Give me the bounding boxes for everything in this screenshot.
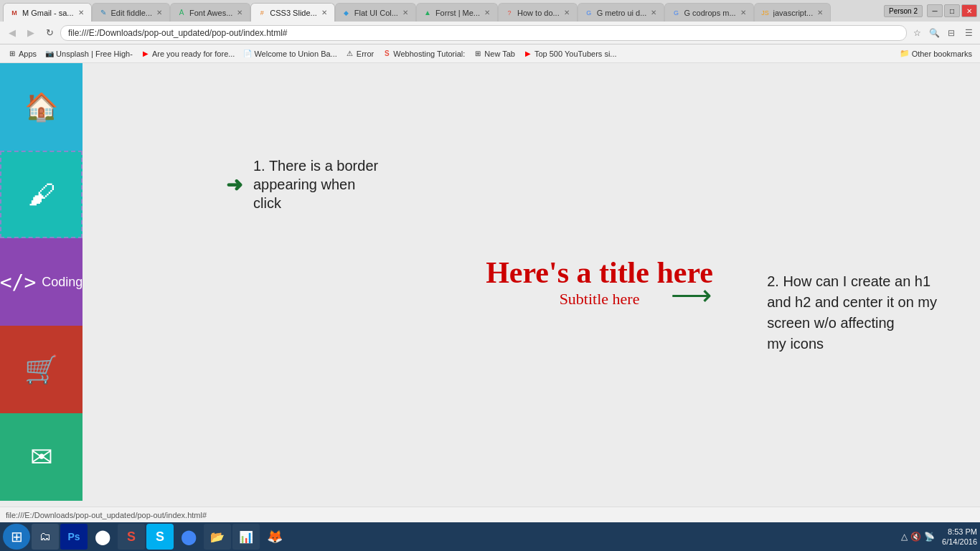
tab-close-forrst[interactable]: ✕ (483, 8, 491, 17)
tab-label-google1: G metro ui d... (597, 9, 647, 17)
excel-icon: 📊 (239, 530, 253, 544)
tab-favicon-css3slide: # (257, 8, 267, 18)
person-badge[interactable]: Person 2 (884, 5, 923, 17)
unsplash-favicon: 📷 (45, 50, 54, 58)
star-icon[interactable]: ☆ (910, 26, 924, 40)
refresh-button[interactable]: ↻ (42, 25, 57, 41)
tab-close-howto[interactable]: ✕ (562, 8, 571, 17)
bookmark-error[interactable]: ⚠ Error (342, 48, 377, 60)
tab-close-javascript[interactable]: ✕ (816, 8, 824, 17)
chrome2-icon: ⬤ (181, 528, 197, 545)
tab-bar: M M Gmail - sa... ✕ ✎ Edit fiddle... ✕ A… (0, 0, 980, 22)
tab-flatui[interactable]: ◆ Flat UI Col... ✕ (335, 3, 416, 22)
tab-google2[interactable]: G G codrops m... ✕ (664, 3, 753, 22)
tab-gmail[interactable]: M M Gmail - sa... ✕ (3, 3, 92, 22)
taskbar-photoshop[interactable]: Ps (60, 524, 88, 550)
tab-close-gmail[interactable]: ✕ (77, 8, 85, 17)
bookmarks-bar: ⊞ Apps 📷 Unsplash | Free High- ▶ Are you… (0, 44, 980, 63)
tab-fontawesome[interactable]: A Font Awes... ✕ (170, 3, 250, 22)
taskbar-firefox[interactable]: 🦊 (261, 524, 288, 550)
close-button[interactable]: ✕ (961, 4, 977, 17)
bookmark-union[interactable]: 📄 Welcome to Union Ba... (240, 48, 340, 60)
webhosting-favicon: S (382, 50, 391, 58)
note2-area: 2. How can I create an h1and h2 and cent… (767, 271, 937, 354)
tab-favicon-forrst: ▲ (423, 8, 433, 18)
note1-text: 1. There is a borderappearing whenclick (253, 156, 378, 212)
taskbar-right: △ 🔇 📡 8:53 PM 6/14/2016 (901, 527, 977, 547)
tab-favicon-editfiddle: ✎ (98, 8, 108, 18)
bookmark-youtube-label: Are you ready for fore... (152, 50, 235, 58)
other-bookmarks[interactable]: 📁 Other bookmarks (896, 47, 976, 60)
tab-forrst[interactable]: ▲ Forrst | Me... ✕ (416, 3, 498, 22)
minimize-button[interactable]: ─ (927, 4, 943, 17)
tab-howto[interactable]: ? How to do... ✕ (498, 3, 578, 22)
address-bar-row: ◀ ▶ ↻ ☆ 🔍 ⊟ ☰ (0, 22, 980, 44)
tab-javascript[interactable]: JS javascript... ✕ (754, 3, 831, 22)
chrome-icon: ⬤ (95, 528, 110, 545)
lens-icon[interactable]: 🔍 (927, 26, 941, 40)
taskbar-explorer[interactable]: 🗂 (32, 524, 59, 550)
bookmark-youtube[interactable]: ▶ Are you ready for fore... (138, 48, 239, 60)
taskbar-excel[interactable]: 📊 (232, 524, 260, 550)
tab-css3slide[interactable]: # CSS3 Slide... ✕ (250, 3, 334, 22)
sidebar-item-home[interactable]: 🏠 (0, 63, 83, 151)
bookmark-webhosting-label: Webhosting Tutorial: (393, 50, 465, 58)
browser-content: 🏠 🖌 </> Coding Coding 🛒 ✉ (0, 63, 980, 507)
tab-favicon-fontawesome: A (176, 8, 187, 18)
address-right-icons: ☆ 🔍 ⊟ ☰ (910, 26, 976, 40)
mail-icon: ✉ (30, 441, 53, 473)
apps-favicon: ⊞ (8, 50, 17, 58)
forward-button[interactable]: ▶ (23, 25, 39, 41)
status-url: file:///E:/Downloads/pop-out_updated/pop… (6, 511, 207, 519)
tab-close-flatui[interactable]: ✕ (401, 8, 410, 17)
tab-google1[interactable]: G G metro ui d... ✕ (578, 3, 665, 22)
tab-label-howto: How to do... (517, 9, 560, 17)
tab-close-google2[interactable]: ✕ (739, 8, 748, 17)
tabs-container: M M Gmail - sa... ✕ ✎ Edit fiddle... ✕ A… (3, 3, 884, 22)
tab-favicon-google2: G (671, 8, 681, 18)
tray-icon2: 🔇 (910, 532, 921, 542)
start-button[interactable]: ⊞ (3, 524, 30, 550)
sidebar-item-shopping[interactable]: 🛒 (0, 326, 83, 413)
taskbar-slides[interactable]: S (118, 524, 145, 550)
bookmark-newtab-label: New Tab (484, 50, 515, 58)
bookmark-apps[interactable]: ⊞ Apps (4, 48, 40, 60)
taskbar-skype[interactable]: S (146, 524, 174, 550)
taskbar-chrome[interactable]: ⬤ (89, 524, 116, 550)
tab-favicon-flatui: ◆ (341, 8, 352, 18)
date-display: 6/14/2016 (942, 537, 977, 547)
menu-icon[interactable]: ☰ (961, 26, 976, 40)
bookmark-top500-label: Top 500 YouTubers si... (534, 50, 617, 58)
sidebar-item-paint[interactable]: 🖌 (0, 151, 83, 238)
home-icon: 🏠 (24, 91, 58, 123)
tab-label-editfiddle: Edit fiddle... (111, 9, 152, 17)
address-input[interactable] (60, 25, 907, 41)
tab-close-editfiddle[interactable]: ✕ (155, 8, 164, 17)
tab-close-google1[interactable]: ✕ (649, 8, 658, 17)
main-content: ➜ 1. There is a borderappearing whenclic… (83, 63, 980, 507)
sidebar: 🏠 🖌 </> Coding Coding 🛒 ✉ (0, 63, 83, 507)
tray-icon1: △ (901, 532, 908, 542)
bookmark-union-label: Welcome to Union Ba... (254, 50, 336, 58)
puzzle-icon[interactable]: ⊟ (944, 26, 958, 40)
coding-icon: </> (0, 270, 36, 294)
bookmark-webhosting[interactable]: S Webhosting Tutorial: (379, 48, 468, 60)
bookmark-newtab[interactable]: ⊞ New Tab (470, 48, 519, 60)
taskbar-chrome2[interactable]: ⬤ (175, 524, 202, 550)
tab-close-fontawesome[interactable]: ✕ (235, 8, 244, 17)
tab-favicon-gmail: M (9, 8, 19, 18)
sidebar-coding-label: Coding (42, 275, 83, 290)
bookmark-top500[interactable]: ▶ Top 500 YouTubers si... (520, 48, 621, 60)
windows-icon: ⊞ (11, 528, 23, 545)
sidebar-item-mail[interactable]: ✉ (0, 413, 83, 501)
maximize-button[interactable]: □ (944, 4, 960, 17)
sidebar-item-coding[interactable]: </> Coding (0, 238, 83, 326)
tab-close-css3slide[interactable]: ✕ (320, 8, 329, 17)
back-button[interactable]: ◀ (4, 25, 20, 41)
taskbar-files[interactable]: 📂 (204, 524, 231, 550)
status-bar: file:///E:/Downloads/pop-out_updated/pop… (0, 507, 980, 522)
tab-editfiddle[interactable]: ✎ Edit fiddle... ✕ (92, 3, 170, 22)
taskbar: ⊞ 🗂 Ps ⬤ S S ⬤ 📂 📊 🦊 △ (0, 522, 980, 551)
bookmark-unsplash[interactable]: 📷 Unsplash | Free High- (42, 48, 136, 60)
note2-text: 2. How can I create an h1and h2 and cent… (767, 273, 937, 352)
